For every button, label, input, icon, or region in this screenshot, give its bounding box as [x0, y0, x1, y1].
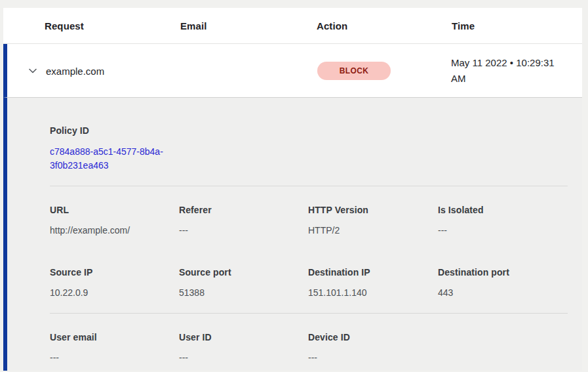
log-row[interactable]: example.com BLOCK May 11 2022 • 10:29:31…	[3, 44, 582, 98]
detail-field-value: 51388	[179, 286, 308, 300]
detail-field-value: ---	[179, 351, 308, 365]
detail-field-source-port: Source port 51388	[179, 267, 308, 300]
action-block-badge: BLOCK	[317, 62, 391, 80]
chevron-down-icon[interactable]	[27, 65, 39, 77]
detail-field-label: HTTP Version	[308, 205, 438, 215]
detail-field-value: 151.101.1.140	[308, 286, 438, 300]
detail-field-user-email: User email ---	[50, 332, 179, 365]
detail-field-value: ---	[179, 224, 308, 238]
detail-field-policy-id: Policy ID c784a888-a5c1-4577-8b4a-3f0b23…	[50, 125, 568, 173]
detail-field-value: ---	[308, 351, 438, 365]
divider	[50, 186, 568, 186]
detail-field-is-isolated: Is Isolated ---	[438, 205, 568, 238]
detail-field-value: HTTP/2	[308, 224, 438, 238]
column-header-time: Time	[452, 20, 475, 31]
column-header-email: Email	[180, 20, 207, 31]
detail-field-label: Destination port	[438, 267, 568, 278]
detail-field-device-id: Device ID ---	[308, 332, 438, 365]
policy-id-link[interactable]: c784a888-a5c1-4577-8b4a-3f0b231ea463	[50, 145, 181, 173]
detail-field-value: 10.22.0.9	[50, 286, 179, 300]
detail-field-url: URL http://example.com/	[50, 205, 179, 238]
detail-field-http-version: HTTP Version HTTP/2	[308, 205, 438, 238]
detail-field-label: Is Isolated	[438, 205, 568, 215]
detail-field-value: ---	[50, 351, 179, 365]
logs-table: Request Email Action Time example.com BL…	[3, 8, 582, 371]
time-cell: May 11 2022 • 10:29:31 AM	[451, 55, 566, 87]
column-header-request: Request	[45, 20, 84, 31]
detail-field-referer: Referer ---	[179, 205, 308, 238]
detail-field-label: Destination IP	[308, 267, 438, 278]
detail-field-destination-port: Destination port 443	[438, 267, 568, 300]
detail-field-label: URL	[50, 205, 179, 215]
detail-fields-grid: URL http://example.com/ Referer --- HTTP…	[50, 205, 568, 300]
gateway-logs-page: Request Email Action Time example.com BL…	[0, 8, 588, 372]
detail-field-user-id: User ID ---	[179, 332, 308, 365]
detail-field-label: Device ID	[308, 332, 438, 342]
detail-field-label: User ID	[179, 332, 308, 342]
detail-field-label: Source port	[179, 267, 308, 278]
detail-field-source-ip: Source IP 10.22.0.9	[50, 267, 179, 300]
detail-field-value: 443	[438, 286, 568, 300]
detail-field-destination-ip: Destination IP 151.101.1.140	[308, 267, 438, 300]
grid-spacer	[438, 332, 568, 365]
detail-field-value: ---	[438, 224, 568, 238]
detail-field-label: Source IP	[50, 267, 179, 278]
detail-field-label: User email	[50, 332, 179, 342]
request-cell: example.com	[46, 65, 104, 76]
column-header-action: Action	[317, 20, 347, 31]
user-fields-grid: User email --- User ID --- Device ID ---	[50, 332, 568, 365]
log-details-panel: Policy ID c784a888-a5c1-4577-8b4a-3f0b23…	[3, 98, 582, 371]
detail-field-label: Policy ID	[50, 125, 568, 136]
table-header: Request Email Action Time	[3, 8, 582, 44]
divider	[50, 313, 568, 314]
detail-field-label: Referer	[179, 205, 308, 215]
detail-field-value: http://example.com/	[50, 224, 179, 238]
